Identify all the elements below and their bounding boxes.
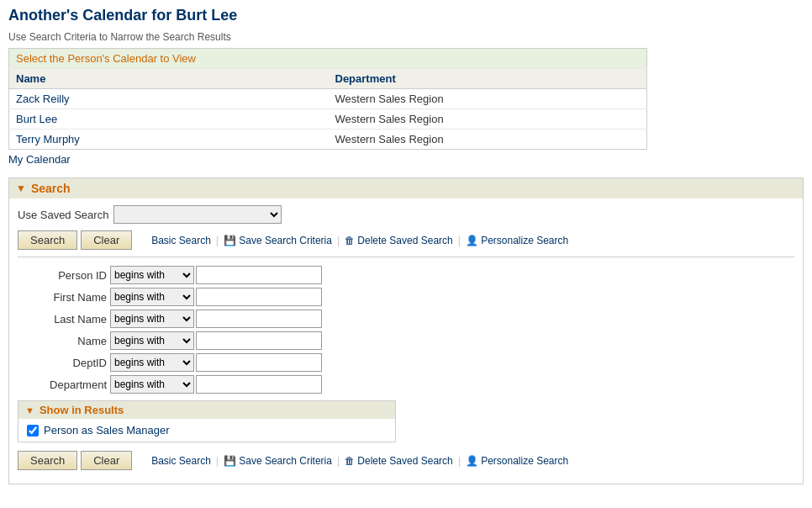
page-title: Another's Calendar for Burt Lee [8, 7, 804, 24]
person-icon-top [466, 235, 478, 246]
field-operator-name[interactable]: begins with [110, 331, 194, 350]
clear-button-bottom[interactable]: Clear [81, 451, 132, 470]
trash-icon-bottom [345, 455, 355, 467]
field-input-person-id[interactable] [196, 266, 322, 284]
show-in-results-panel: ▼ Show in Results Person as Sales Manage… [18, 400, 396, 442]
clear-button-top[interactable]: Clear [81, 230, 132, 250]
show-results-title: Show in Results [40, 404, 124, 416]
search-field-row: Person IDbegins with [18, 266, 794, 284]
field-input-last-name[interactable] [196, 310, 322, 328]
calendar-person-department: Western Sales Region [329, 109, 647, 130]
person-name-link[interactable]: Terry Murphy [16, 133, 80, 146]
search-body: Use Saved Search Search Clear Basic Sear… [9, 198, 803, 484]
show-in-results-body: Person as Sales Manager [18, 419, 395, 442]
delete-saved-label-bottom: Delete Saved Search [357, 455, 452, 467]
delete-saved-label-top: Delete Saved Search [357, 235, 452, 246]
action-bar-top: Search Clear Basic Search | Save Search … [18, 230, 794, 250]
search-field-row: Last Namebegins with [18, 310, 794, 328]
field-label-department: Department [18, 378, 110, 391]
save-search-label-bottom: Save Search Criteria [239, 455, 332, 467]
field-input-first-name[interactable] [196, 288, 322, 306]
search-fields: Person IDbegins withFirst Namebegins wit… [18, 266, 794, 394]
field-operator-first-name[interactable]: begins with [110, 288, 194, 306]
calendar-person-name[interactable]: Burt Lee [9, 109, 329, 130]
field-operator-last-name[interactable]: begins with [110, 310, 194, 328]
basic-search-link-bottom[interactable]: Basic Search [151, 455, 211, 467]
calendar-table: Select the Person's Calendar to View Nam… [8, 48, 647, 150]
field-label-name: Name [18, 335, 110, 347]
calendar-person-department: Western Sales Region [329, 130, 647, 150]
calendar-person-department: Western Sales Region [329, 89, 647, 109]
field-input-department[interactable] [196, 375, 322, 394]
collapse-triangle-icon: ▼ [16, 183, 26, 194]
field-operator-department[interactable]: begins with [110, 375, 194, 394]
save-search-link-bottom[interactable]: Save Search Criteria [224, 455, 332, 467]
saved-search-label: Use Saved Search [18, 209, 108, 221]
save-icon-bottom [224, 455, 236, 467]
field-input-deptid[interactable] [196, 353, 322, 372]
col-header-name: Name [9, 69, 329, 89]
field-input-name[interactable] [196, 331, 322, 350]
action-bar-bottom: Search Clear Basic Search | Save Search … [18, 451, 794, 470]
search-panel: ▼ Search Use Saved Search Search Clear B… [8, 177, 804, 484]
person-name-link[interactable]: Zack Reilly [16, 93, 70, 105]
search-field-row: Namebegins with [18, 331, 794, 350]
my-calendar-link[interactable]: My Calendar [8, 153, 71, 166]
calendar-table-row: Zack ReillyWestern Sales Region [9, 89, 647, 109]
calendar-person-name[interactable]: Zack Reilly [9, 89, 329, 109]
save-search-link-top[interactable]: Save Search Criteria [224, 235, 332, 246]
field-label-last-name: Last Name [18, 313, 110, 325]
field-operator-person-id[interactable]: begins with [110, 266, 194, 284]
divider-top [18, 257, 794, 257]
saved-search-select[interactable] [113, 205, 282, 224]
search-hint: Use Search Criteria to Narrow the Search… [8, 31, 804, 43]
delete-saved-link-bottom[interactable]: Delete Saved Search [345, 455, 452, 467]
personalize-link-top[interactable]: Personalize Search [466, 235, 568, 246]
delete-saved-link-top[interactable]: Delete Saved Search [345, 235, 452, 246]
basic-search-label-top: Basic Search [151, 235, 211, 246]
person-icon-bottom [466, 455, 478, 467]
search-field-row: First Namebegins with [18, 288, 794, 306]
search-panel-header: ▼ Search [9, 178, 803, 198]
show-in-results-header: ▼ Show in Results [18, 401, 395, 419]
basic-search-link-top[interactable]: Basic Search [151, 235, 211, 246]
calendar-table-row: Terry MurphyWestern Sales Region [9, 130, 647, 150]
search-panel-title: Search [31, 182, 71, 195]
search-button-bottom[interactable]: Search [18, 451, 77, 470]
person-sales-manager-checkbox[interactable] [27, 425, 39, 437]
basic-search-label-bottom: Basic Search [151, 455, 211, 467]
calendar-table-row: Burt LeeWestern Sales Region [9, 109, 647, 130]
personalize-link-bottom[interactable]: Personalize Search [466, 455, 568, 467]
search-field-row: DeptIDbegins with [18, 353, 794, 372]
personalize-label-bottom: Personalize Search [481, 455, 568, 467]
show-results-triangle-icon: ▼ [25, 405, 34, 415]
field-label-person-id: Person ID [18, 269, 110, 282]
col-header-department: Department [329, 69, 647, 89]
field-operator-deptid[interactable]: begins with [110, 353, 194, 372]
personalize-label-top: Personalize Search [481, 235, 568, 246]
field-label-deptid: DeptID [18, 357, 110, 369]
save-icon-top [224, 235, 236, 246]
calendar-person-name[interactable]: Terry Murphy [9, 130, 329, 150]
calendar-select-label: Select the Person's Calendar to View [9, 49, 647, 69]
field-label-first-name: First Name [18, 291, 110, 304]
search-button-top[interactable]: Search [18, 230, 77, 250]
trash-icon-top [345, 235, 355, 246]
checkbox-person-sales-manager: Person as Sales Manager [27, 424, 170, 437]
search-field-row: Departmentbegins with [18, 375, 794, 394]
person-sales-manager-label: Person as Sales Manager [44, 424, 170, 437]
save-search-label-top: Save Search Criteria [239, 235, 332, 246]
person-name-link[interactable]: Burt Lee [16, 113, 57, 125]
saved-search-row: Use Saved Search [18, 205, 794, 224]
